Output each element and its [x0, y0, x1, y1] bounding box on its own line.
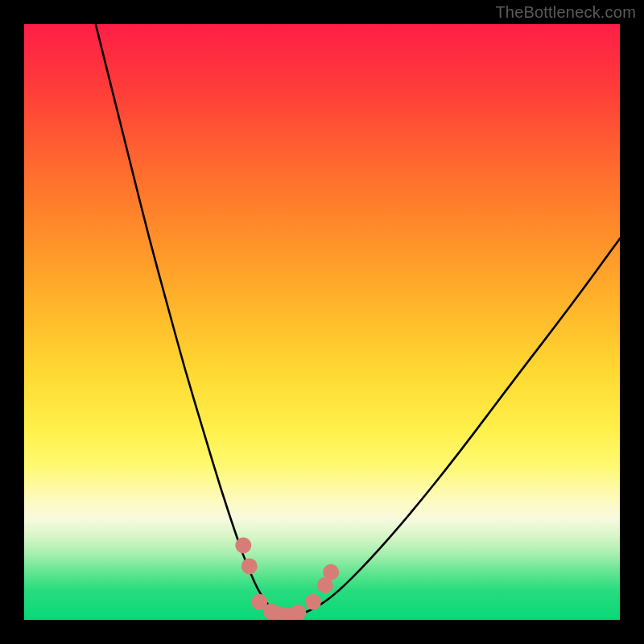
curve-marker — [317, 577, 333, 593]
curve-layer — [24, 24, 620, 620]
plot-area — [24, 24, 620, 620]
curve-marker — [263, 604, 279, 620]
curve-marker — [290, 605, 306, 620]
watermark-text: TheBottleneck.com — [495, 3, 636, 22]
bottleneck-curve — [96, 24, 620, 617]
curve-marker — [251, 594, 267, 610]
marker-group — [235, 538, 339, 621]
curve-marker — [281, 608, 297, 620]
curve-marker — [235, 538, 251, 554]
curve-marker — [305, 594, 321, 610]
chart-stage: TheBottleneck.com — [0, 0, 644, 644]
curve-marker — [272, 606, 288, 620]
curve-marker — [323, 564, 339, 580]
curve-marker — [242, 558, 258, 574]
